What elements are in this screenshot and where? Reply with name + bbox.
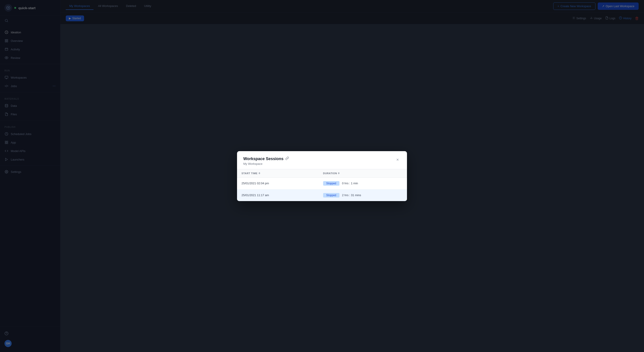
sessions-tbody: 25/01/2021 02:04 pm Stopped 0 hrs : 1 mi…: [237, 177, 407, 201]
table-header-row: START TIME DURATION: [237, 169, 407, 178]
duration-text-2: 2 hrs : 31 mins: [342, 194, 361, 197]
modal-body: START TIME DURATION: [237, 169, 407, 201]
session-start-time-1: 25/01/2021 02:04 pm: [237, 177, 319, 189]
modal-title: Workspace Sessions: [243, 156, 394, 161]
sort-start-time-icon: [258, 172, 260, 174]
modal-close-button[interactable]: [394, 156, 401, 163]
table-row: 25/01/2021 11:17 am Stopped 2 hrs : 31 m…: [237, 189, 407, 201]
session-actions-2: [393, 189, 407, 201]
table-row: 25/01/2021 02:04 pm Stopped 0 hrs : 1 mi…: [237, 177, 407, 189]
session-duration-2: Stopped 2 hrs : 31 mins: [319, 189, 393, 201]
col-duration[interactable]: DURATION: [319, 169, 393, 178]
workspace-sessions-modal: Workspace Sessions My Workspace: [237, 151, 407, 201]
duration-text-1: 0 hrs : 1 min: [342, 182, 358, 185]
col-actions: [393, 169, 407, 178]
copy-link-icon[interactable]: [285, 156, 289, 161]
status-badge-1: Stopped: [323, 181, 340, 186]
sessions-table: START TIME DURATION: [237, 169, 407, 201]
status-badge-2: Stopped: [323, 193, 340, 198]
modal-header: Workspace Sessions My Workspace: [237, 151, 407, 169]
session-duration-1: Stopped 0 hrs : 1 min: [319, 177, 393, 189]
session-actions-1: [393, 177, 407, 189]
modal-subtitle: My Workspace: [243, 162, 394, 165]
session-start-time-2: 25/01/2021 11:17 am: [237, 189, 319, 201]
modal-title-area: Workspace Sessions My Workspace: [243, 156, 394, 165]
sort-duration-icon: [338, 172, 340, 174]
col-start-time[interactable]: START TIME: [237, 169, 319, 178]
modal-overlay[interactable]: Workspace Sessions My Workspace: [0, 0, 644, 352]
